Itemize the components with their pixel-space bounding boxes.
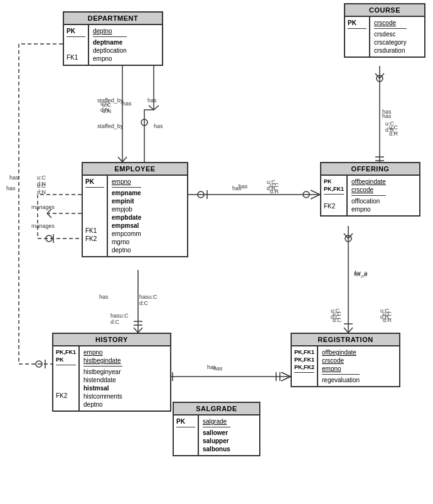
course-pk-label: PK <box>348 19 356 26</box>
svg-line-37 <box>375 73 380 78</box>
svg-line-38 <box>380 73 384 78</box>
ann-uc-dr3: u:Cd:R <box>380 308 389 320</box>
entity-department: DEPARTMENT PK FK1 deptno deptname deptlo… <box>63 11 163 66</box>
reg-pkfk1a-label: PK,FK1 <box>294 349 314 355</box>
ann-has-emp-hist: has <box>99 294 109 300</box>
offering-field-crscode: crscode <box>351 186 373 193</box>
history-field-histcomments: histcomments <box>83 393 122 400</box>
svg-line-17 <box>134 328 138 333</box>
dept-field-empno: empno <box>93 55 112 62</box>
ann-manages: manages <box>31 223 55 229</box>
offering-pkfk1-label: PK,FK1 <box>324 186 344 192</box>
sal-field-salgrade: salgrade <box>203 418 227 425</box>
svg-line-30 <box>344 233 348 239</box>
emp-field-empinit: empinit <box>112 198 134 205</box>
course-field-crsduration: crsduration <box>374 47 405 54</box>
svg-line-18 <box>138 328 142 333</box>
entity-employee: EMPLOYEE PK FK1 FK2 empno empname empini… <box>82 162 188 257</box>
label-hasu-dc: hasu:Cd:C <box>139 294 158 306</box>
course-field-crsdesc: crsdesc <box>374 31 395 38</box>
ann-for-a: for_a <box>354 271 367 277</box>
dept-pk-label: PK <box>67 28 75 35</box>
ann-uc-dr: u:Cd:R <box>267 179 275 191</box>
svg-line-13 <box>311 190 320 195</box>
emp-pk-label: PK <box>85 178 94 185</box>
reg-field-offbegindate: offbegindate <box>322 349 356 356</box>
svg-line-14 <box>311 195 320 199</box>
svg-line-7 <box>154 105 159 110</box>
course-field-crscode: crscode <box>374 19 396 26</box>
reg-field-crscode: crscode <box>322 357 344 364</box>
entity-department-title: DEPARTMENT <box>64 13 162 25</box>
entity-history-title: HISTORY <box>53 334 170 346</box>
ann-has-emp-off: has <box>232 185 242 191</box>
ann-has-left-side: has <box>9 174 19 181</box>
svg-line-24 <box>281 372 291 377</box>
er-diagram: staffed_by has has hasu:Cd:C has manages… <box>0 0 433 504</box>
svg-point-15 <box>303 191 309 198</box>
course-field-crscategory: crscategory <box>374 39 407 46</box>
sal-field-salbonus: salbonus <box>203 446 230 453</box>
reg-field-empno: empno <box>322 365 341 372</box>
svg-point-44 <box>36 361 42 367</box>
ann-has-dept: has <box>154 123 163 129</box>
svg-point-29 <box>345 235 351 242</box>
svg-line-6 <box>149 105 154 110</box>
history-pk-label: PK <box>56 357 64 363</box>
emp-field-mgrno: mgrno <box>112 239 129 245</box>
svg-line-25 <box>281 377 291 381</box>
entity-registration: REGISTRATION PK,FK1 PK,FK1 PK,FK2 offbeg… <box>291 333 400 387</box>
history-field-histenddate: histenddate <box>83 377 116 383</box>
entity-offering: OFFERING PK PK,FK1 FK2 offbegindate crsc… <box>320 162 420 217</box>
svg-line-47 <box>47 213 51 218</box>
svg-line-1 <box>118 157 122 162</box>
emp-field-empmsal: empmsal <box>112 222 139 229</box>
emp-field-empjob: empjob <box>112 206 132 213</box>
ann-has-course: has <box>382 109 392 115</box>
ann-staffed-by: staffed_by <box>97 123 123 129</box>
reg-pkfk2-label: PK,FK2 <box>294 364 314 370</box>
history-field-histbegindate: histbegindate <box>83 357 121 364</box>
entity-salgrade: SALGRADE PK salgrade sallower salupper s… <box>173 402 260 456</box>
emp-field-deptno: deptno <box>112 247 131 254</box>
ann-uc-dn: u:Cd:N <box>100 100 109 113</box>
offering-field-empno: empno <box>351 206 371 213</box>
history-field-histmsal: histmsal <box>83 385 109 392</box>
history-field-histbeginyear: histbeginyear <box>83 368 120 375</box>
dept-field-deptno: deptno <box>93 28 112 35</box>
emp-field-empbdate: empbdate <box>112 214 141 221</box>
sal-pk-label: PK <box>176 418 185 425</box>
ann-has-hist-reg: has <box>207 364 216 370</box>
sal-field-sallower: sallower <box>203 429 228 436</box>
dept-field-deptname: deptname <box>93 39 122 46</box>
offering-field-offlocation: offlocation <box>351 198 380 205</box>
entity-course-title: COURSE <box>345 4 424 17</box>
label-manages: manages <box>31 204 55 210</box>
history-field-deptno: deptno <box>83 401 103 408</box>
entity-registration-title: REGISTRATION <box>292 334 399 346</box>
history-fk2-label: FK2 <box>56 392 67 399</box>
ann-uc-dc: u:Cd:C <box>331 308 339 320</box>
svg-line-33 <box>348 328 353 333</box>
emp-fk2-label: FK2 <box>85 235 97 242</box>
ann-uc-dr2: u:Cd:R <box>385 121 394 133</box>
label-has-left: has <box>6 185 16 191</box>
svg-point-36 <box>377 75 383 82</box>
sal-field-salupper: salupper <box>203 437 229 444</box>
dept-field-deptlocation: deptlocation <box>93 47 127 54</box>
reg-pkfk1b-label: PK,FK1 <box>294 357 314 363</box>
entity-employee-title: EMPLOYEE <box>83 163 187 176</box>
ann-hasu-dc: hasu:Cd:C <box>110 313 129 325</box>
svg-line-32 <box>344 328 348 333</box>
dept-fk1-label: FK1 <box>67 54 78 61</box>
emp-fk1-label: FK1 <box>85 227 97 234</box>
svg-point-8 <box>46 235 52 242</box>
emp-field-empcomm: empcomm <box>112 230 141 237</box>
entity-history: HISTORY PK,FK1 PK FK2 empno histbegindat… <box>52 333 171 412</box>
emp-field-empno: empno <box>112 178 131 185</box>
offering-field-offbegindate: offbegindate <box>351 178 386 185</box>
entity-course: COURSE PK crscode crsdesc crscategory cr… <box>344 3 425 58</box>
entity-offering-title: OFFERING <box>321 163 419 176</box>
entity-salgrade-title: SALGRADE <box>174 403 259 416</box>
svg-line-31 <box>348 233 353 239</box>
